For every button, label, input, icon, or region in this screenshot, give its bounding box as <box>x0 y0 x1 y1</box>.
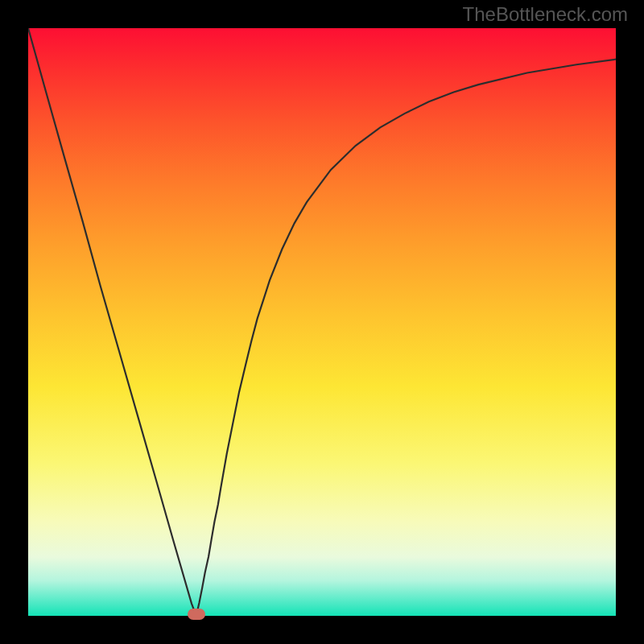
bottleneck-marker <box>188 609 205 620</box>
curve-layer <box>28 28 616 616</box>
watermark-text: TheBottleneck.com <box>463 3 628 26</box>
bottleneck-curve <box>28 28 616 616</box>
chart-frame: TheBottleneck.com <box>0 0 644 644</box>
